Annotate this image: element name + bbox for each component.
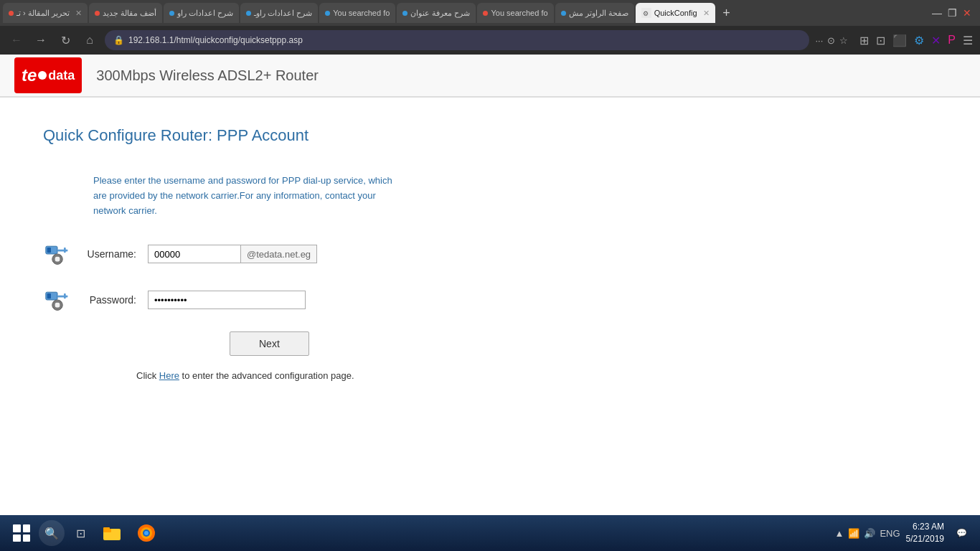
more-options-icon[interactable]: ··· [815, 35, 823, 46]
lock-icon: 🔒 [113, 35, 124, 45]
tab-2-label: أضف مقالة جديد [103, 9, 156, 18]
tab-7[interactable]: You searched fo [477, 3, 553, 23]
start-button[interactable] [7, 519, 36, 547]
page-content: te data 300Mbps Wireless ADSL2+ Router Q… [0, 55, 980, 515]
file-explorer-button[interactable] [96, 517, 128, 549]
tab-1-label: تحرير المقالة ‹ تـ [17, 9, 70, 18]
taskbar-clock[interactable]: 6:23 AM 5/21/2019 [906, 521, 944, 545]
advanced-prefix-text: Click [136, 370, 159, 381]
svg-rect-14 [64, 293, 66, 298]
time-display: 6:23 AM [906, 521, 944, 533]
svg-rect-13 [57, 296, 67, 298]
volume-icon[interactable]: 🔊 [864, 528, 875, 539]
username-input[interactable] [148, 245, 241, 263]
menu-icon[interactable]: ☰ [963, 34, 973, 47]
bookmark-icon[interactable]: ☆ [839, 35, 848, 46]
tab-2[interactable]: أضف مقالة جديد [89, 3, 162, 23]
svg-rect-21 [60, 304, 63, 307]
taskbar-right: ▲ 📶 🔊 ENG 6:23 AM 5/21/2019 💬 [835, 521, 973, 545]
firefox-taskbar-icon [136, 523, 156, 543]
window-controls: — ❐ ✕ [932, 7, 977, 19]
svg-point-7 [55, 257, 60, 262]
taskbar-search-button[interactable]: 🔍 [39, 520, 65, 546]
toolbar-icons: ⊞ ⊡ ⬛ ⚙ ✕ P ☰ [859, 34, 973, 47]
notification-icon: 💬 [956, 528, 967, 538]
tab-8-label: صفحة الراوتر مش [569, 9, 628, 18]
svg-rect-24 [103, 527, 110, 530]
refresh-button[interactable]: ↻ [56, 31, 75, 50]
svg-rect-20 [52, 304, 55, 307]
tab-1[interactable]: تحرير المقالة ‹ تـ ✕ [3, 3, 88, 23]
tab-1-close[interactable]: ✕ [75, 9, 82, 18]
password-row: Password: [43, 286, 603, 314]
search-icon: 🔍 [44, 527, 59, 540]
forward-button[interactable]: → [32, 31, 50, 50]
svg-point-28 [144, 531, 149, 535]
tab-7-label: You searched fo [491, 9, 547, 17]
close-button[interactable]: ✕ [963, 7, 971, 19]
svg-rect-4 [64, 248, 66, 253]
password-svg-icon [44, 287, 70, 313]
file-explorer-icon [102, 523, 122, 543]
router-model-title: 300Mbps Wireless ADSL2+ Router [96, 67, 319, 84]
pocket-icon[interactable]: ⊙ [827, 35, 835, 46]
system-tray-icons: ▲ 📶 🔊 ENG [835, 528, 900, 539]
firefox-taskbar-button[interactable] [131, 517, 162, 549]
extension-icon-2[interactable]: P [948, 34, 956, 47]
tab-dot [95, 11, 100, 16]
tab-dot [9, 11, 14, 16]
tab-9-active[interactable]: ⚙ QuickConfig ✕ [636, 3, 715, 23]
tab-dot [402, 11, 407, 16]
maximize-button[interactable]: ❐ [948, 7, 957, 19]
logo-data-text: data [48, 68, 75, 83]
browser-chrome: تحرير المقالة ‹ تـ ✕ أضف مقالة جديد شرح … [0, 0, 980, 55]
svg-rect-5 [47, 248, 51, 253]
new-tab-button[interactable]: + [717, 3, 737, 23]
te-data-logo: te data [14, 57, 82, 93]
minimize-button[interactable]: — [932, 7, 942, 19]
home-button[interactable]: ⌂ [80, 31, 99, 50]
settings-icon[interactable]: ⚙ [914, 34, 924, 47]
action-center-button[interactable]: 💬 [950, 522, 973, 545]
show-hidden-icons[interactable]: ▲ [835, 528, 844, 539]
form-description: Please enter the username and password f… [93, 174, 395, 218]
tab-9-close[interactable]: ✕ [703, 9, 710, 18]
tab-3[interactable]: شرح اعدادات راو [164, 3, 239, 23]
tab-8[interactable]: صفحة الراوتر مش [555, 3, 634, 23]
sidebar-icon[interactable]: ⊡ [876, 34, 885, 47]
username-domain-suffix: @tedata.net.eg [241, 245, 317, 263]
next-button-container: Next [136, 331, 603, 356]
task-view-icon: ⊡ [76, 527, 85, 540]
tab-5-label: You searched fo [333, 9, 390, 17]
taskbar: 🔍 ⊡ ▲ 📶 🔊 ENG 6:23 AM 5/21/2019 [0, 515, 980, 551]
pocket-save-icon[interactable]: ⬛ [892, 34, 907, 47]
advanced-here-link[interactable]: Here [159, 370, 179, 381]
advanced-link-container: Click Here to enter the advanced configu… [136, 370, 603, 381]
svg-point-17 [55, 303, 60, 308]
username-svg-icon [44, 241, 70, 267]
tab-5[interactable]: You searched fo [319, 3, 395, 23]
task-view-button[interactable]: ⊡ [67, 520, 93, 546]
tab-4-label: شرح اعدادات راوـ [254, 9, 312, 18]
svg-rect-8 [56, 254, 59, 257]
next-button[interactable]: Next [230, 331, 309, 356]
address-input-container[interactable]: 🔒 192.168.1.1/html/quickconfig/quicksetp… [105, 30, 809, 50]
library-icon[interactable]: ⊞ [859, 34, 869, 47]
logo-te-text: te [22, 65, 37, 85]
tab-3-label: شرح اعدادات راو [177, 9, 233, 18]
tab-9-favicon: ⚙ [641, 8, 651, 18]
svg-text:⚙: ⚙ [642, 10, 648, 17]
tab-6[interactable]: شرح معرفة عنوان [397, 3, 476, 23]
tab-4[interactable]: شرح اعدادات راوـ [240, 3, 318, 23]
tab-bar: تحرير المقالة ‹ تـ ✕ أضف مقالة جديد شرح … [0, 0, 980, 26]
windows-icon [13, 524, 30, 542]
extension-icon-1[interactable]: ✕ [931, 34, 941, 47]
svg-rect-18 [56, 300, 59, 303]
network-icon[interactable]: 📶 [848, 528, 859, 539]
date-display: 5/21/2019 [906, 533, 944, 545]
password-label: Password: [79, 294, 136, 306]
lang-indicator[interactable]: ENG [880, 528, 900, 539]
password-input[interactable] [148, 291, 306, 309]
tab-6-label: شرح معرفة عنوان [410, 9, 470, 18]
back-button[interactable]: ← [7, 31, 26, 50]
